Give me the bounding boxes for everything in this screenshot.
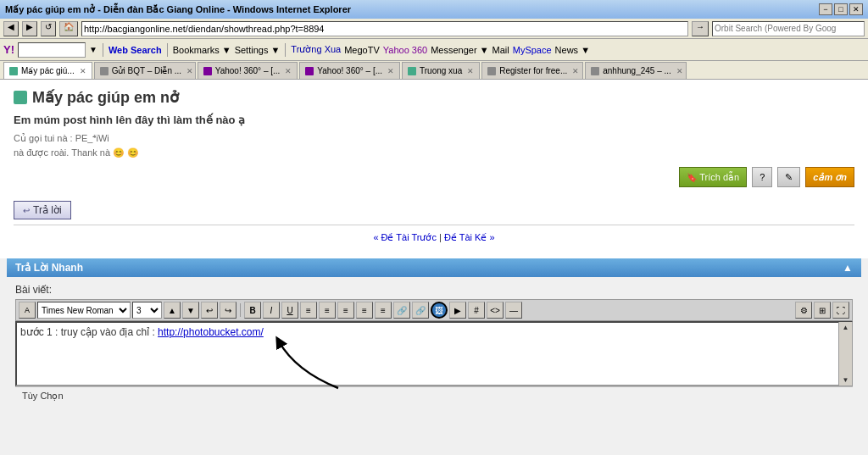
- tab-6[interactable]: anhhung_245 – ... ✕: [585, 62, 687, 79]
- page-content: Mấy pác giúp em nở Em múm post hình lên …: [0, 80, 868, 455]
- editor-outdent-btn[interactable]: ≡: [375, 302, 392, 319]
- editor-resize-btn[interactable]: ⊞: [814, 302, 831, 319]
- tab-label-3: Yahoo! 360° – [...: [317, 66, 382, 75]
- tab-favicon-6: [591, 67, 599, 75]
- editor-hr-btn[interactable]: —: [505, 302, 522, 319]
- editor-code-btn[interactable]: <>: [487, 302, 504, 319]
- forum-area: Mấy pác giúp em nở Em múm post hình lên …: [0, 80, 868, 258]
- editor-align-left-btn[interactable]: ≡: [300, 302, 317, 319]
- editor-play-btn[interactable]: ▶: [449, 302, 466, 319]
- options-row: Tùy Chọn: [15, 386, 853, 405]
- editor-underline-btn[interactable]: U: [281, 302, 298, 319]
- address-input[interactable]: [81, 21, 688, 36]
- nav-bookmarks[interactable]: Bookmarks ▼: [173, 45, 231, 55]
- editor-link-text[interactable]: http://photobucket.com/: [158, 326, 264, 338]
- editor-align-right-btn[interactable]: ≡: [337, 302, 354, 319]
- editor-link-btn[interactable]: 🔗: [393, 302, 410, 319]
- tab-label-6: anhhung_245 – ...: [603, 66, 671, 75]
- nav-yahoo360[interactable]: Yahoo 360: [383, 45, 427, 55]
- tab-0[interactable]: Mấy pác giú... ✕: [3, 62, 92, 79]
- options-label: Tùy Chọn: [22, 391, 64, 401]
- home-button[interactable]: 🏠: [59, 21, 78, 36]
- editor-font-select[interactable]: Times New Roman: [37, 302, 131, 319]
- tab-close-5[interactable]: ✕: [572, 67, 579, 75]
- tab-favicon-2: [203, 67, 212, 75]
- tab-close-6[interactable]: ✕: [676, 67, 683, 75]
- editor-fullscreen-btn[interactable]: ⛶: [832, 302, 849, 319]
- editor-redo-btn[interactable]: ↪: [220, 302, 236, 319]
- back-button[interactable]: ◀: [3, 21, 19, 36]
- nav-search-input[interactable]: [18, 42, 86, 58]
- btn2[interactable]: ?: [752, 167, 772, 187]
- pagination-sep: |: [439, 232, 442, 242]
- minimize-button[interactable]: −: [819, 3, 832, 15]
- tab-5[interactable]: Register for free... ✕: [481, 62, 583, 79]
- scroll-up-arrow[interactable]: ▲: [841, 322, 851, 333]
- cam-on-button[interactable]: cảm ơn: [805, 167, 854, 187]
- editor-font-icon-btn[interactable]: A: [19, 302, 36, 319]
- quick-reply-header: Trả Lời Nhanh ▲: [7, 258, 861, 277]
- editor-align-center-btn[interactable]: ≡: [319, 302, 336, 319]
- nav-megotv[interactable]: MegoTV: [344, 45, 380, 55]
- prev-page-link[interactable]: « Đề Tài Trước: [373, 232, 437, 242]
- window-title: Mấy pác giúp em nở - Diễn đàn Bắc Giang …: [5, 4, 351, 15]
- news-label: News ▼: [555, 45, 590, 55]
- nav-mail[interactable]: Mail: [492, 45, 509, 55]
- reply-button-area: ↩ Trả lời: [14, 196, 854, 225]
- tab-close-3[interactable]: ✕: [387, 67, 394, 75]
- tab-3[interactable]: Yahoo! 360° – [... ✕: [299, 62, 400, 79]
- editor-indent-btn[interactable]: ≡: [356, 302, 373, 319]
- editor-undo-btn[interactable]: ↩: [201, 302, 218, 319]
- web-search-label: Web Search: [108, 45, 162, 55]
- nav-web-search[interactable]: Web Search: [108, 45, 162, 55]
- editor-scroll-area: bước 1 : truy cập vào địa chỉ : http://p…: [15, 321, 853, 386]
- editor-bold-btn[interactable]: B: [244, 302, 261, 319]
- btn3[interactable]: ✎: [777, 167, 800, 187]
- btn2-label: ?: [760, 172, 765, 182]
- tab-close-2[interactable]: ✕: [285, 67, 292, 75]
- forward-button[interactable]: ▶: [22, 21, 37, 36]
- pagination-area: « Đề Tài Trước | Đề Tài Kế »: [14, 225, 854, 250]
- editor-unlink-btn[interactable]: 🔗: [412, 302, 429, 319]
- tab-close-0[interactable]: ✕: [80, 67, 86, 75]
- editor-italic-btn[interactable]: I: [263, 302, 280, 319]
- nav-news[interactable]: News ▼: [555, 45, 590, 55]
- post-title: Mấy pác giúp em nở: [32, 88, 179, 107]
- nav-myspace[interactable]: MySpace: [513, 45, 552, 55]
- nav-search-dropdown[interactable]: ▼: [89, 45, 97, 54]
- tab-1[interactable]: Gửi BQT – Diễn ... ✕: [94, 62, 196, 79]
- refresh-button[interactable]: ↺: [41, 21, 56, 36]
- truong-xua-label: Trường Xua: [291, 44, 341, 55]
- maximize-button[interactable]: □: [834, 3, 848, 15]
- close-button[interactable]: ✕: [849, 3, 863, 15]
- quote-button[interactable]: 🔖 Trích dẫn: [679, 167, 747, 187]
- title-bar-buttons: − □ ✕: [819, 3, 863, 15]
- tab-4[interactable]: Truong xua ✕: [402, 62, 480, 79]
- reply-button[interactable]: ↩ Trả lời: [14, 201, 71, 219]
- bookmarks-label: Bookmarks ▼: [173, 45, 231, 55]
- tab-2[interactable]: Yahoo! 360° – [... ✕: [198, 62, 298, 79]
- nav-messenger[interactable]: Messenger ▼: [431, 45, 488, 55]
- yahoo360-label: Yahoo 360: [383, 45, 427, 55]
- editor-textarea[interactable]: bước 1 : truy cập vào địa chỉ : http://p…: [16, 322, 852, 386]
- tab-close-1[interactable]: ✕: [186, 67, 193, 75]
- nav-settings[interactable]: Settings ▼: [235, 45, 281, 55]
- editor-color-up-btn[interactable]: ▲: [164, 302, 181, 319]
- orbit-search-input[interactable]: [712, 21, 865, 36]
- editor-content-text: bước 1 : truy cập vào địa chỉ : http://p…: [20, 326, 836, 338]
- editor-options-btn[interactable]: ⚙: [795, 302, 812, 319]
- go-button[interactable]: →: [692, 21, 709, 36]
- scroll-down-arrow[interactable]: ▼: [841, 375, 851, 386]
- editor-size-select[interactable]: 3: [132, 302, 162, 319]
- address-bar: ◀ ▶ ↺ 🏠 →: [0, 19, 868, 39]
- editor-color-dn-btn[interactable]: ▼: [182, 302, 199, 319]
- next-page-link[interactable]: Đề Tài Kế »: [444, 232, 495, 242]
- editor-image-btn[interactable]: 🖼: [431, 302, 448, 319]
- editor-hash-btn[interactable]: #: [468, 302, 485, 319]
- editor-sep-1: [240, 303, 241, 317]
- tab-close-4[interactable]: ✕: [467, 67, 474, 75]
- quick-reply-body: Bài viết: A Times New Roman 3 ▲ ▼: [7, 277, 861, 412]
- reply-label: Trả lời: [33, 204, 62, 216]
- quick-reply-collapse[interactable]: ▲: [843, 262, 853, 274]
- nav-truong-xua[interactable]: Trường Xua: [291, 44, 341, 55]
